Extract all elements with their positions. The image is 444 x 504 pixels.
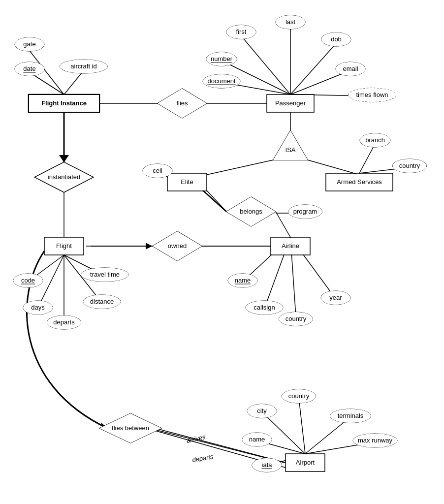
er-diagram bbox=[0, 0, 444, 504]
